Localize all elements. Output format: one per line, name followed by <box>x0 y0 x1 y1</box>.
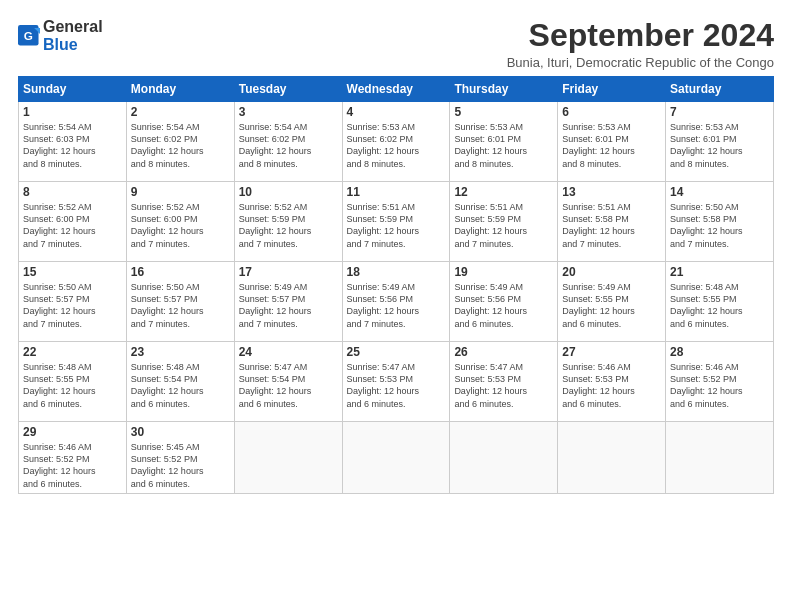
day-number: 20 <box>562 265 661 279</box>
day-info: Sunrise: 5:53 AM Sunset: 6:02 PM Dayligh… <box>347 121 446 170</box>
logo-icon: G <box>18 25 40 47</box>
day-info: Sunrise: 5:52 AM Sunset: 5:59 PM Dayligh… <box>239 201 338 250</box>
day-info: Sunrise: 5:50 AM Sunset: 5:57 PM Dayligh… <box>131 281 230 330</box>
calendar-week-5: 29Sunrise: 5:46 AM Sunset: 5:52 PM Dayli… <box>19 422 774 494</box>
calendar-week-1: 1Sunrise: 5:54 AM Sunset: 6:03 PM Daylig… <box>19 102 774 182</box>
table-row: 13Sunrise: 5:51 AM Sunset: 5:58 PM Dayli… <box>558 182 666 262</box>
day-number: 14 <box>670 185 769 199</box>
day-info: Sunrise: 5:53 AM Sunset: 6:01 PM Dayligh… <box>562 121 661 170</box>
day-number: 16 <box>131 265 230 279</box>
day-info: Sunrise: 5:47 AM Sunset: 5:53 PM Dayligh… <box>347 361 446 410</box>
day-info: Sunrise: 5:51 AM Sunset: 5:59 PM Dayligh… <box>347 201 446 250</box>
calendar-body: 1Sunrise: 5:54 AM Sunset: 6:03 PM Daylig… <box>19 102 774 494</box>
table-row: 8Sunrise: 5:52 AM Sunset: 6:00 PM Daylig… <box>19 182 127 262</box>
header-sunday: Sunday <box>19 77 127 102</box>
day-info: Sunrise: 5:51 AM Sunset: 5:59 PM Dayligh… <box>454 201 553 250</box>
header-tuesday: Tuesday <box>234 77 342 102</box>
table-row: 15Sunrise: 5:50 AM Sunset: 5:57 PM Dayli… <box>19 262 127 342</box>
day-info: Sunrise: 5:53 AM Sunset: 6:01 PM Dayligh… <box>670 121 769 170</box>
day-number: 12 <box>454 185 553 199</box>
day-info: Sunrise: 5:47 AM Sunset: 5:53 PM Dayligh… <box>454 361 553 410</box>
day-number: 30 <box>131 425 230 439</box>
days-header-row: Sunday Monday Tuesday Wednesday Thursday… <box>19 77 774 102</box>
table-row: 5Sunrise: 5:53 AM Sunset: 6:01 PM Daylig… <box>450 102 558 182</box>
day-number: 18 <box>347 265 446 279</box>
day-info: Sunrise: 5:49 AM Sunset: 5:57 PM Dayligh… <box>239 281 338 330</box>
table-row <box>558 422 666 494</box>
day-number: 26 <box>454 345 553 359</box>
calendar-week-3: 15Sunrise: 5:50 AM Sunset: 5:57 PM Dayli… <box>19 262 774 342</box>
day-info: Sunrise: 5:46 AM Sunset: 5:53 PM Dayligh… <box>562 361 661 410</box>
day-number: 9 <box>131 185 230 199</box>
day-info: Sunrise: 5:48 AM Sunset: 5:55 PM Dayligh… <box>670 281 769 330</box>
day-number: 1 <box>23 105 122 119</box>
table-row: 29Sunrise: 5:46 AM Sunset: 5:52 PM Dayli… <box>19 422 127 494</box>
day-info: Sunrise: 5:54 AM Sunset: 6:03 PM Dayligh… <box>23 121 122 170</box>
day-number: 15 <box>23 265 122 279</box>
calendar-week-4: 22Sunrise: 5:48 AM Sunset: 5:55 PM Dayli… <box>19 342 774 422</box>
table-row: 3Sunrise: 5:54 AM Sunset: 6:02 PM Daylig… <box>234 102 342 182</box>
table-row: 11Sunrise: 5:51 AM Sunset: 5:59 PM Dayli… <box>342 182 450 262</box>
table-row: 24Sunrise: 5:47 AM Sunset: 5:54 PM Dayli… <box>234 342 342 422</box>
subtitle: Bunia, Ituri, Democratic Republic of the… <box>507 55 774 70</box>
table-row <box>450 422 558 494</box>
day-number: 3 <box>239 105 338 119</box>
table-row: 1Sunrise: 5:54 AM Sunset: 6:03 PM Daylig… <box>19 102 127 182</box>
table-row: 23Sunrise: 5:48 AM Sunset: 5:54 PM Dayli… <box>126 342 234 422</box>
table-row: 27Sunrise: 5:46 AM Sunset: 5:53 PM Dayli… <box>558 342 666 422</box>
day-info: Sunrise: 5:49 AM Sunset: 5:55 PM Dayligh… <box>562 281 661 330</box>
table-row: 22Sunrise: 5:48 AM Sunset: 5:55 PM Dayli… <box>19 342 127 422</box>
day-number: 8 <box>23 185 122 199</box>
day-info: Sunrise: 5:51 AM Sunset: 5:58 PM Dayligh… <box>562 201 661 250</box>
svg-text:G: G <box>24 28 33 41</box>
day-info: Sunrise: 5:49 AM Sunset: 5:56 PM Dayligh… <box>454 281 553 330</box>
logo: G General Blue <box>18 18 103 53</box>
header-friday: Friday <box>558 77 666 102</box>
logo-general: General <box>43 18 103 35</box>
day-info: Sunrise: 5:50 AM Sunset: 5:57 PM Dayligh… <box>23 281 122 330</box>
calendar-header: Sunday Monday Tuesday Wednesday Thursday… <box>19 77 774 102</box>
table-row: 30Sunrise: 5:45 AM Sunset: 5:52 PM Dayli… <box>126 422 234 494</box>
table-row <box>342 422 450 494</box>
table-row: 20Sunrise: 5:49 AM Sunset: 5:55 PM Dayli… <box>558 262 666 342</box>
header-saturday: Saturday <box>666 77 774 102</box>
day-info: Sunrise: 5:48 AM Sunset: 5:54 PM Dayligh… <box>131 361 230 410</box>
day-number: 4 <box>347 105 446 119</box>
day-number: 17 <box>239 265 338 279</box>
day-number: 21 <box>670 265 769 279</box>
day-number: 22 <box>23 345 122 359</box>
day-info: Sunrise: 5:52 AM Sunset: 6:00 PM Dayligh… <box>131 201 230 250</box>
table-row: 17Sunrise: 5:49 AM Sunset: 5:57 PM Dayli… <box>234 262 342 342</box>
day-number: 10 <box>239 185 338 199</box>
table-row: 10Sunrise: 5:52 AM Sunset: 5:59 PM Dayli… <box>234 182 342 262</box>
day-number: 2 <box>131 105 230 119</box>
logo-text: General Blue <box>43 18 103 53</box>
main-title: September 2024 <box>507 18 774 53</box>
title-block: September 2024 Bunia, Ituri, Democratic … <box>507 18 774 70</box>
table-row: 25Sunrise: 5:47 AM Sunset: 5:53 PM Dayli… <box>342 342 450 422</box>
day-info: Sunrise: 5:53 AM Sunset: 6:01 PM Dayligh… <box>454 121 553 170</box>
day-info: Sunrise: 5:52 AM Sunset: 6:00 PM Dayligh… <box>23 201 122 250</box>
day-info: Sunrise: 5:46 AM Sunset: 5:52 PM Dayligh… <box>23 441 122 490</box>
day-info: Sunrise: 5:54 AM Sunset: 6:02 PM Dayligh… <box>239 121 338 170</box>
day-number: 23 <box>131 345 230 359</box>
day-info: Sunrise: 5:46 AM Sunset: 5:52 PM Dayligh… <box>670 361 769 410</box>
calendar-week-2: 8Sunrise: 5:52 AM Sunset: 6:00 PM Daylig… <box>19 182 774 262</box>
table-row: 7Sunrise: 5:53 AM Sunset: 6:01 PM Daylig… <box>666 102 774 182</box>
day-info: Sunrise: 5:54 AM Sunset: 6:02 PM Dayligh… <box>131 121 230 170</box>
day-info: Sunrise: 5:48 AM Sunset: 5:55 PM Dayligh… <box>23 361 122 410</box>
day-number: 19 <box>454 265 553 279</box>
table-row <box>666 422 774 494</box>
day-number: 13 <box>562 185 661 199</box>
day-number: 25 <box>347 345 446 359</box>
day-number: 7 <box>670 105 769 119</box>
day-number: 5 <box>454 105 553 119</box>
header-wednesday: Wednesday <box>342 77 450 102</box>
table-row <box>234 422 342 494</box>
header: G General Blue September 2024 Bunia, Itu… <box>18 18 774 70</box>
day-info: Sunrise: 5:50 AM Sunset: 5:58 PM Dayligh… <box>670 201 769 250</box>
table-row: 16Sunrise: 5:50 AM Sunset: 5:57 PM Dayli… <box>126 262 234 342</box>
table-row: 12Sunrise: 5:51 AM Sunset: 5:59 PM Dayli… <box>450 182 558 262</box>
table-row: 6Sunrise: 5:53 AM Sunset: 6:01 PM Daylig… <box>558 102 666 182</box>
table-row: 28Sunrise: 5:46 AM Sunset: 5:52 PM Dayli… <box>666 342 774 422</box>
